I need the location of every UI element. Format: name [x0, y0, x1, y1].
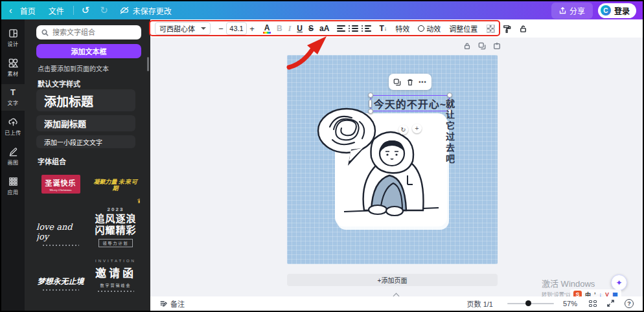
- apps-grid-icon: [8, 177, 18, 186]
- ime-logo-icon[interactable]: S: [573, 291, 582, 297]
- workspace: 今天的不开心~ ••• ↻ + 就让它过去: [150, 38, 643, 296]
- help-button[interactable]: ?: [625, 299, 634, 308]
- lock-button[interactable]: [519, 25, 527, 33]
- ime-download-icon[interactable]: ↓: [599, 291, 603, 296]
- animate-button[interactable]: 动效: [418, 23, 441, 34]
- design-page[interactable]: 今天的不开心~ ••• ↻ + 就让它过去: [287, 55, 498, 264]
- trash-icon[interactable]: [406, 78, 414, 86]
- add-heading-card[interactable]: 添加标题: [36, 89, 135, 111]
- move-icon[interactable]: +: [412, 124, 422, 133]
- underline-button[interactable]: U: [297, 24, 303, 33]
- default-styles-label: 默认文字样式: [38, 78, 80, 89]
- undo-icon[interactable]: ↺: [76, 5, 95, 16]
- selection-context-toolbar: •••: [389, 74, 431, 90]
- duplicate-icon[interactable]: [393, 78, 401, 86]
- add-body-text-card[interactable]: 添加一小段正文文字: [36, 135, 135, 148]
- duplicate-page-icon[interactable]: [478, 42, 486, 50]
- pencil-icon: [8, 147, 18, 157]
- resize-handle[interactable]: [447, 93, 452, 98]
- ime-keyboard-icon[interactable]: ▦: [612, 291, 618, 296]
- position-button[interactable]: 调整位置: [449, 23, 477, 34]
- sidebar-item-design[interactable]: 设计: [1, 25, 25, 52]
- sidebar-item-apps[interactable]: 应用: [1, 173, 25, 200]
- more-options-icon[interactable]: •••: [419, 79, 426, 85]
- combo-invitation[interactable]: INVITATION 邀请函 数字营销峰会: [91, 256, 140, 292]
- selected-text-element[interactable]: 今天的不开心~: [371, 95, 450, 111]
- font-size-decrease-button[interactable]: −: [216, 24, 226, 34]
- add-page-button[interactable]: +添加页面: [287, 274, 498, 286]
- divider: [73, 6, 74, 15]
- italic-button[interactable]: I: [288, 24, 292, 34]
- canva-logo-icon: C: [601, 5, 611, 16]
- ime-v-icon[interactable]: V: [605, 291, 609, 296]
- rainbow-bar-icon: [263, 32, 271, 34]
- tiny-caption-line: [43, 289, 79, 291]
- assistant-sparkle-button[interactable]: ✦: [611, 274, 627, 291]
- tiny-caption-line: [43, 245, 79, 246]
- ime-toolbar: S 中 ’ ↓ V ▦: [570, 289, 621, 296]
- resize-handle-left[interactable]: [369, 99, 372, 107]
- canva-editor-window: ‹ 首页 文件 ↺ ↻ 未保存更改 分享 C 登录 设计: [0, 0, 644, 312]
- login-button[interactable]: C 登录: [598, 3, 636, 18]
- zoom-slider-knob[interactable]: [525, 300, 531, 306]
- resize-handle[interactable]: [368, 93, 373, 98]
- lock-page-icon[interactable]: [463, 42, 471, 50]
- collapse-chevron-icon[interactable]: [391, 292, 400, 296]
- zoom-level[interactable]: 57%: [563, 300, 577, 307]
- panel-scrollbar[interactable]: [147, 57, 149, 71]
- page-count[interactable]: 页数 1/1: [467, 298, 493, 309]
- resize-handle[interactable]: [368, 109, 373, 114]
- letter-case-button[interactable]: aA: [319, 24, 329, 33]
- text-align-button[interactable]: [337, 25, 345, 32]
- transparency-button[interactable]: [487, 25, 495, 33]
- strikethrough-button[interactable]: S: [308, 24, 314, 33]
- search-icon: [41, 29, 49, 36]
- top-menu-bar: ‹ 首页 文件 ↺ ↻ 未保存更改 分享 C 登录: [1, 1, 643, 19]
- menu-file[interactable]: 文件: [42, 5, 71, 16]
- font-size-value[interactable]: 43.1: [226, 22, 247, 35]
- copy-style-button[interactable]: [503, 25, 511, 33]
- combo-love-and-joy[interactable]: love and joy: [36, 203, 85, 247]
- add-textbox-button[interactable]: 添加文本框: [36, 44, 141, 58]
- combo-christmas[interactable]: 圣诞快乐 Merry Christmas: [36, 166, 85, 194]
- vertical-text-button[interactable]: T↓: [379, 24, 387, 33]
- ime-mode-icon[interactable]: 中: [585, 291, 591, 297]
- rotate-icon[interactable]: ↻: [398, 125, 408, 135]
- menu-home[interactable]: 首页: [14, 5, 42, 16]
- panel-hint: 点击要添加到页面的文本: [38, 63, 109, 73]
- back-chevron-icon[interactable]: ‹: [1, 5, 14, 16]
- redo-icon[interactable]: ↻: [95, 5, 113, 16]
- combo-dream[interactable]: 梦想永无止境: [36, 256, 85, 292]
- text-color-button[interactable]: A: [263, 23, 271, 34]
- chevron-down-icon: [201, 27, 206, 30]
- sidebar-item-elements[interactable]: 素材: [1, 54, 25, 82]
- sidebar-item-draw[interactable]: 画图: [1, 143, 25, 170]
- text-panel: 添加文本框 点击要添加到页面的文本 默认文字样式 添加标题 添加副标题 添加一小…: [25, 19, 150, 311]
- line-spacing-button[interactable]: [365, 25, 371, 32]
- notes-button[interactable]: 备注: [159, 298, 185, 309]
- combo-2023-waves[interactable]: ♛ 2023 追风逐浪 闪耀精彩 领导力计划: [91, 203, 140, 247]
- bold-button[interactable]: B: [277, 24, 282, 33]
- font-family-select[interactable]: 可西甜心体: [155, 22, 211, 35]
- save-status: 未保存更改: [113, 5, 178, 16]
- font-size-stepper: − 43.1 +: [216, 22, 257, 35]
- combo-yellow-handwriting[interactable]: 凝聚力量 未来可期: [91, 166, 140, 194]
- search-input[interactable]: [52, 28, 130, 36]
- list-button[interactable]: [352, 25, 358, 32]
- vertical-text-element[interactable]: 就让它过去吧: [444, 99, 455, 165]
- fullscreen-icon[interactable]: [607, 300, 614, 308]
- sidebar-item-uploads[interactable]: 已上传: [1, 113, 25, 140]
- add-page-icon[interactable]: [493, 42, 501, 50]
- add-subheading-card[interactable]: 添加副标题: [36, 115, 135, 131]
- ime-punct-icon[interactable]: ’: [594, 291, 596, 296]
- grid-view-icon[interactable]: [589, 300, 597, 307]
- share-button[interactable]: 分享: [551, 3, 593, 19]
- font-size-increase-button[interactable]: +: [247, 24, 257, 34]
- sidebar-item-text[interactable]: T 文字: [1, 84, 25, 111]
- sidebar-rail: 设计 素材 T 文字 已上传 画图 应用: [1, 19, 25, 311]
- design-icon: [8, 28, 18, 38]
- status-bar: 备注 页数 1/1 57% ?: [150, 296, 643, 311]
- effects-button[interactable]: 特效: [395, 23, 409, 34]
- search-box[interactable]: [36, 25, 141, 39]
- zoom-slider[interactable]: [507, 303, 554, 304]
